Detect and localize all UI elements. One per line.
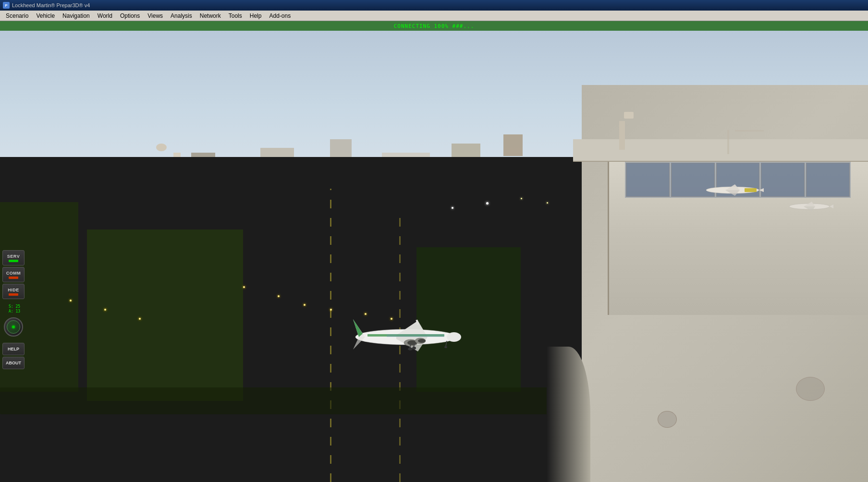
dial-indicator [12,325,15,328]
svg-point-25 [408,348,413,350]
apron-marking-1 [796,377,825,401]
app-icon: P [3,2,10,9]
serv-button[interactable]: SERV [2,250,24,265]
control-tower-cab [624,112,634,119]
menu-world[interactable]: World [94,12,116,20]
distant-light-3 [521,198,522,199]
crane-mast [727,130,729,154]
svg-point-28 [444,346,447,348]
menu-network[interactable]: Network [196,12,225,20]
runway-light-1 [243,286,245,288]
parked-aircraft-2 [785,198,833,215]
dial-outer-ring [4,317,23,337]
svg-rect-4 [745,188,757,192]
svg-marker-6 [830,205,833,208]
bg-building-8 [503,134,523,156]
simulation-viewport: SERV COMM HIDE S: 25 A: 13 HELP [0,31,868,482]
menu-bar: Scenario Vehicle Navigation World Option… [0,11,868,21]
svg-marker-13 [353,319,363,337]
runway-centerline [330,189,331,482]
svg-point-10 [447,332,461,342]
hide-indicator [9,293,18,296]
svg-marker-1 [759,188,764,192]
menu-scenario[interactable]: Scenario [2,12,32,20]
parked-aircraft-1 [701,180,764,199]
comm-button[interactable]: COMM [2,267,24,282]
hide-button[interactable]: HIDE [2,284,24,299]
control-panel: SERV COMM HIDE S: 25 A: 13 HELP [2,250,26,369]
svg-point-26 [412,347,416,349]
menu-navigation[interactable]: Navigation [59,12,94,20]
distant-aircraft-light-2 [452,207,453,209]
menu-views[interactable]: Views [144,12,167,20]
dial-inner-ring [7,320,20,334]
taxiway-curve [547,347,590,482]
grass-strip-2 [87,229,243,401]
dial-control[interactable] [2,317,24,339]
menu-analysis[interactable]: Analysis [167,12,196,20]
serv-indicator [9,260,18,262]
speed-readout: S: 25 A: 13 [2,304,26,314]
menu-tools[interactable]: Tools [225,12,246,20]
menu-vehicle[interactable]: Vehicle [32,12,59,20]
runway-light-l3 [139,318,141,320]
comm-indicator [9,277,18,279]
main-aircraft [339,312,473,360]
menu-addons[interactable]: Add-ons [265,12,294,20]
app-title: Lockheed Martin® Prepar3D® v4 [12,2,90,8]
menu-options[interactable]: Options [116,12,144,20]
svg-rect-22 [387,334,444,337]
terminal-roof [573,139,868,162]
about-button[interactable]: ABOUT [2,357,24,369]
control-tower-stem [619,121,625,150]
title-bar: P Lockheed Martin® Prepar3D® v4 [0,0,868,11]
status-text: CONNECTING 100% ###... [394,23,475,29]
runway-light-l2 [104,309,106,311]
runway-light-l1 [70,300,72,301]
svg-point-20 [418,339,426,343]
status-bar: CONNECTING 100% ###... [0,21,868,31]
menu-help[interactable]: Help [246,12,266,20]
crane-arm [735,130,764,132]
runway-light-4 [330,309,332,311]
runway-light-2 [278,295,280,297]
runway-light-6 [391,318,392,320]
help-button[interactable]: HELP [2,343,24,355]
